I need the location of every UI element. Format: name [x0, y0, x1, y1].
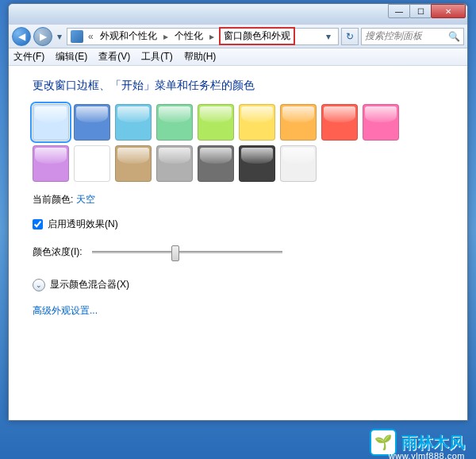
color-swatch-5[interactable] — [239, 104, 275, 141]
color-swatch-3[interactable] — [156, 104, 193, 141]
menu-view[interactable]: 查看(V) — [98, 50, 130, 64]
breadcrumb-bar[interactable]: « 外观和个性化 ▸ 个性化 ▸ 窗口颜色和外观 ▾ — [67, 28, 339, 45]
mixer-label: 显示颜色混合器(X) — [50, 278, 129, 291]
advanced-appearance-link[interactable]: 高级外观设置... — [33, 304, 443, 318]
page-title: 更改窗口边框、「开始」菜单和任务栏的颜色 — [33, 79, 443, 93]
maximize-button[interactable]: ☐ — [409, 4, 432, 18]
chevron-down-icon: ⌄ — [33, 279, 45, 291]
intensity-label: 颜色浓度(I): — [33, 245, 83, 259]
chevron-right-icon: ▸ — [162, 31, 170, 42]
back-button[interactable]: ◀ — [12, 27, 31, 46]
transparency-row: 启用透明效果(N) — [33, 218, 443, 231]
color-swatch-2[interactable] — [115, 104, 152, 141]
breadcrumb-window-color[interactable]: 窗口颜色和外观 — [219, 27, 295, 45]
current-color-value: 天空 — [76, 194, 95, 205]
color-swatch-1[interactable] — [74, 104, 110, 141]
content-area: 更改窗口边框、「开始」菜单和任务栏的颜色 当前颜色: 天空 启用透明效果(N) … — [9, 66, 467, 420]
minimize-button[interactable]: — — [388, 4, 410, 18]
address-dropdown-icon[interactable]: ▾ — [322, 31, 335, 42]
menu-bar: 文件(F) 编辑(E) 查看(V) 工具(T) 帮助(H) — [9, 48, 467, 66]
current-color-row: 当前颜色: 天空 — [33, 193, 443, 206]
address-bar: ◀ ▶ ▾ « 外观和个性化 ▸ 个性化 ▸ 窗口颜色和外观 ▾ ↻ 搜索控制面… — [9, 25, 467, 48]
watermark-brand: 雨林木风 — [401, 432, 465, 453]
color-swatch-13[interactable] — [198, 145, 234, 182]
menu-tools[interactable]: 工具(T) — [141, 50, 172, 64]
color-swatch-9[interactable] — [33, 145, 69, 182]
color-swatch-8[interactable] — [363, 104, 399, 141]
current-color-label: 当前颜色: — [33, 194, 73, 205]
slider-thumb[interactable] — [171, 245, 179, 261]
breadcrumb-personalization[interactable]: 个性化 — [173, 29, 205, 43]
color-swatch-7[interactable] — [321, 104, 358, 141]
breadcrumb-appearance[interactable]: 外观和个性化 — [98, 29, 159, 43]
search-icon: 🔍 — [448, 31, 460, 42]
intensity-row: 颜色浓度(I): — [33, 245, 443, 259]
transparency-checkbox[interactable] — [33, 219, 43, 230]
location-icon — [71, 30, 83, 43]
color-swatch-12[interactable] — [156, 145, 193, 182]
color-swatch-4[interactable] — [198, 104, 234, 141]
menu-file[interactable]: 文件(F) — [13, 50, 44, 64]
nav-history-dropdown[interactable]: ▾ — [55, 29, 64, 44]
color-swatch-10[interactable] — [74, 145, 110, 182]
search-input[interactable]: 搜索控制面板 🔍 — [361, 28, 464, 45]
color-swatch-grid — [33, 104, 413, 182]
transparency-label: 启用透明效果(N) — [48, 218, 118, 231]
chevron-right-icon: ▸ — [208, 31, 216, 42]
search-placeholder: 搜索控制面板 — [365, 29, 422, 43]
menu-help[interactable]: 帮助(H) — [184, 50, 217, 64]
breadcrumb-overflow[interactable]: « — [86, 31, 95, 42]
close-button[interactable]: ✕ — [431, 4, 466, 18]
color-swatch-11[interactable] — [115, 145, 152, 182]
color-mixer-toggle[interactable]: ⌄ 显示颜色混合器(X) — [33, 278, 443, 291]
refresh-button[interactable]: ↻ — [341, 28, 359, 45]
color-swatch-14[interactable] — [239, 145, 275, 182]
color-swatch-6[interactable] — [280, 104, 317, 141]
forward-button[interactable]: ▶ — [33, 27, 52, 46]
titlebar: — ☐ ✕ — [9, 4, 467, 25]
menu-edit[interactable]: 编辑(E) — [56, 50, 87, 64]
control-panel-window: — ☐ ✕ ◀ ▶ ▾ « 外观和个性化 ▸ 个性化 ▸ 窗口颜色和外观 ▾ ↻… — [8, 3, 468, 421]
color-swatch-0[interactable] — [33, 104, 69, 141]
intensity-slider[interactable] — [92, 251, 282, 253]
watermark-url: www.ylmf888.com — [389, 451, 465, 459]
color-swatch-15[interactable] — [280, 145, 317, 182]
